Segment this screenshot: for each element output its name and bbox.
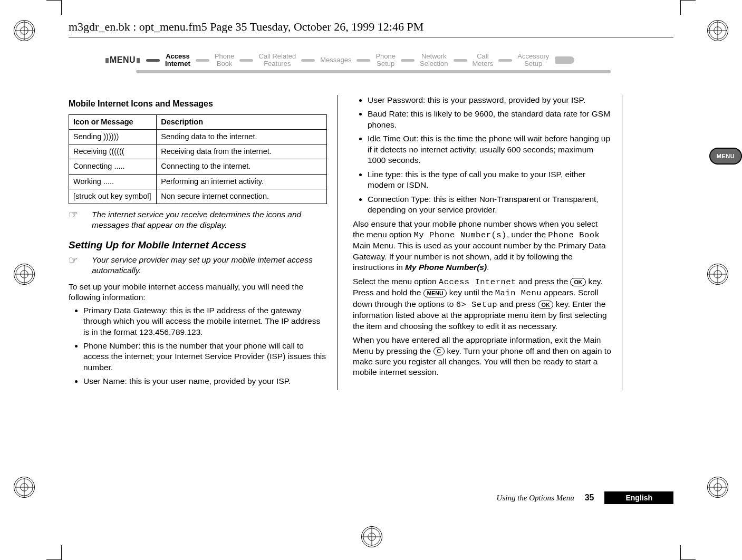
menu-breadcrumb: MENU AccessInternet PhoneBook Call Relat…	[104, 53, 621, 73]
pointing-hand-icon: ☞	[69, 209, 88, 231]
menu-connector-icon	[196, 59, 209, 62]
list-item: User Password: this is your password, pr…	[368, 95, 611, 105]
menu-item-access-internet: AccessInternet	[165, 53, 190, 68]
registration-mark-icon	[14, 20, 35, 41]
table-row: [struck out key symbol]Non secure intern…	[69, 189, 327, 204]
section-title: Mobile Internet Icons and Messages	[69, 98, 327, 109]
bullet-list: User Password: this is your password, pr…	[353, 95, 611, 216]
page-footer: Using the Options Menu 35 English	[69, 491, 673, 504]
icon-message-table: Icon or Message Description Sending ))))…	[69, 114, 327, 204]
side-tabs: MENU	[709, 148, 742, 180]
menu-connector-icon	[301, 59, 315, 62]
menu-item-messages: Messages	[320, 56, 351, 64]
language-badge: English	[604, 491, 673, 504]
registration-mark-icon	[361, 526, 382, 547]
menu-end-cap-icon	[555, 56, 574, 64]
menu-item-call-meters: CallMeters	[473, 53, 494, 68]
menu-connector-icon	[401, 59, 415, 62]
table-row: Sending ))))))Sending data to the intern…	[69, 130, 327, 144]
menu-connector-icon	[498, 59, 512, 62]
paragraph: Select the menu option Access Internet a…	[353, 276, 611, 332]
registration-mark-icon	[14, 477, 35, 498]
menu-connector-icon	[356, 59, 370, 62]
registration-mark-icon	[707, 477, 728, 498]
menu-item-phone-book: PhoneBook	[215, 53, 235, 68]
list-item: Baud Rate: this is likely to be 9600, th…	[368, 109, 611, 130]
left-column: Mobile Internet Icons and Messages Icon …	[69, 95, 338, 390]
cross-reference: My Phone Number(s)	[405, 263, 487, 272]
list-item: Phone Number: this is the number that yo…	[83, 341, 327, 373]
ok-key-icon: OK	[570, 278, 586, 286]
crop-mark	[61, 545, 62, 560]
file-header: m3gdr_en.bk : opt_menu.fm5 Page 35 Tuesd…	[69, 20, 673, 37]
menu-root-label: MENU	[104, 55, 141, 65]
note: ☞ Your service provider may set up your …	[69, 255, 327, 276]
pointing-hand-icon: ☞	[69, 255, 88, 276]
menu-item-network-selection: NetworkSelection	[420, 53, 448, 68]
registration-mark-icon	[707, 264, 728, 285]
note-text: The internet service you receive determi…	[92, 209, 327, 231]
menu-connector-icon	[454, 59, 467, 62]
crop-mark	[46, 0, 61, 1]
page-number: 35	[585, 493, 594, 503]
registration-mark-icon	[14, 264, 35, 285]
list-item: Connection Type: this is either Non-Tran…	[368, 194, 611, 216]
list-item: User Name: this is your user name, provi…	[83, 376, 327, 387]
lcd-text: Phone Book	[548, 230, 600, 240]
table-row: Connecting .....Connecting to the intern…	[69, 159, 327, 174]
subheading: Setting Up for Mobile Internet Access	[69, 238, 327, 252]
footer-section-title: Using the Options Menu	[497, 494, 574, 503]
side-tab-menu: MENU	[709, 148, 742, 165]
paragraph: Also ensure that your mobile phone numbe…	[353, 219, 611, 273]
crop-mark	[61, 0, 62, 15]
note: ☞ The internet service you receive deter…	[69, 209, 327, 231]
menu-item-call-related: Call RelatedFeatures	[258, 53, 296, 68]
note-text: Your service provider may set up your mo…	[92, 255, 327, 276]
list-item: Primary Data Gateway: this is the IP add…	[83, 305, 327, 337]
lcd-text: Access Internet	[439, 277, 516, 287]
ok-key-icon: OK	[538, 301, 554, 309]
crop-mark	[681, 0, 696, 1]
table-header-icon: Icon or Message	[69, 115, 157, 130]
menu-item-phone-setup: PhoneSetup	[375, 53, 396, 68]
table-row: Receiving ((((((Receiving data from the …	[69, 144, 327, 159]
paragraph: To set up your mobile internet access ma…	[69, 282, 327, 303]
menu-under-bar	[136, 70, 611, 73]
table-row: Working .....Performing an internet acti…	[69, 174, 327, 189]
right-column: User Password: this is your password, pr…	[353, 95, 622, 390]
c-key-icon: C	[433, 347, 445, 355]
crop-mark	[680, 545, 681, 560]
lcd-text: Main Menu	[495, 288, 542, 298]
lcd-text: 6> Setup	[456, 300, 497, 310]
registration-mark-icon	[707, 20, 728, 41]
menu-item-accessory-setup: AccessorySetup	[517, 53, 549, 68]
menu-connector-icon	[239, 59, 253, 62]
bullet-list: Primary Data Gateway: this is the IP add…	[69, 305, 327, 387]
list-item: Line type: this is the type of call you …	[368, 169, 611, 191]
list-item: Idle Time Out: this is the time the phon…	[368, 133, 611, 166]
paragraph: When you have entered all the appropriat…	[353, 335, 611, 378]
lcd-text: My Phone Number(s)	[413, 230, 506, 240]
menu-key-icon: MENU	[423, 289, 447, 297]
table-header-description: Description	[157, 115, 327, 130]
crop-mark	[680, 0, 681, 15]
menu-connector-icon	[146, 59, 160, 62]
